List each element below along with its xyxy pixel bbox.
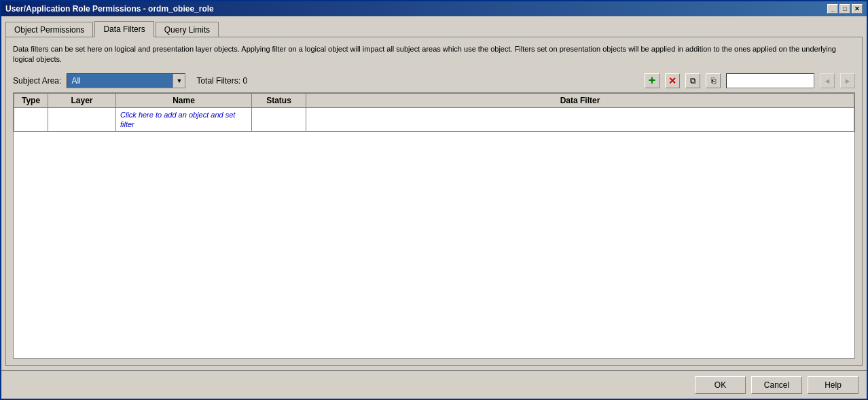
add-filter-button[interactable]: + bbox=[645, 73, 659, 88]
col-header-status: Status bbox=[252, 93, 306, 107]
next-icon: ► bbox=[844, 77, 852, 85]
add-object-link[interactable]: Click here to add an object and set filt… bbox=[120, 111, 235, 128]
toolbar-row: Subject Area: All ▼ Total Filters: 0 + ✕… bbox=[13, 73, 855, 88]
col-header-layer: Layer bbox=[48, 93, 116, 107]
minimize-button[interactable]: _ bbox=[827, 4, 838, 14]
delete-filter-button[interactable]: ✕ bbox=[665, 73, 680, 88]
title-bar-buttons: _ □ ✕ bbox=[827, 4, 863, 14]
subject-area-label: Subject Area: bbox=[13, 76, 61, 86]
col-header-name: Name bbox=[116, 93, 252, 107]
table-row[interactable]: Click here to add an object and set filt… bbox=[14, 107, 854, 131]
cell-name[interactable]: Click here to add an object and set filt… bbox=[116, 107, 252, 131]
col-header-data-filter: Data Filter bbox=[306, 93, 854, 107]
total-filters-label: Total Filters: 0 bbox=[196, 76, 247, 86]
copy-icon: ⧉ bbox=[690, 76, 696, 86]
title-bar: User/Application Role Permissions - ordm… bbox=[1, 1, 867, 16]
paste-icon: ⎗ bbox=[711, 76, 716, 86]
add-icon: + bbox=[649, 73, 656, 88]
filter-table-area: Type Layer Name Status Data Filter bbox=[13, 92, 855, 359]
tab-object-permissions[interactable]: Object Permissions bbox=[5, 22, 93, 37]
filter-table: Type Layer Name Status Data Filter bbox=[14, 93, 854, 132]
window-content: Object Permissions Data Filters Query Li… bbox=[1, 16, 867, 370]
ok-button[interactable]: OK bbox=[695, 376, 746, 394]
window-title: User/Application Role Permissions - ordm… bbox=[5, 4, 214, 14]
cell-status bbox=[252, 107, 306, 131]
delete-icon: ✕ bbox=[668, 75, 676, 86]
col-header-type: Type bbox=[14, 93, 48, 107]
cell-type bbox=[14, 107, 48, 131]
paste-button[interactable]: ⎗ bbox=[706, 73, 721, 88]
prev-icon: ◄ bbox=[824, 77, 831, 85]
tab-query-limits[interactable]: Query Limits bbox=[156, 22, 219, 37]
tab-content-data-filters: Data filters can be set here on logical … bbox=[5, 37, 863, 366]
copy-button[interactable]: ⧉ bbox=[685, 73, 700, 88]
search-input[interactable] bbox=[726, 73, 814, 88]
maximize-button[interactable]: □ bbox=[839, 4, 850, 14]
prev-button[interactable]: ◄ bbox=[820, 73, 835, 88]
subject-area-dropdown-arrow[interactable]: ▼ bbox=[173, 74, 185, 88]
cancel-button[interactable]: Cancel bbox=[751, 376, 802, 394]
subject-area-value[interactable]: All bbox=[67, 74, 173, 88]
tab-bar: Object Permissions Data Filters Query Li… bbox=[5, 20, 863, 37]
next-button[interactable]: ► bbox=[840, 73, 855, 88]
bottom-bar: OK Cancel Help bbox=[1, 370, 867, 399]
subject-area-select-wrapper: All ▼ bbox=[67, 73, 185, 88]
cell-data-filter bbox=[306, 107, 854, 131]
help-button[interactable]: Help bbox=[808, 376, 858, 394]
cell-layer bbox=[48, 107, 116, 131]
table-header-row: Type Layer Name Status Data Filter bbox=[14, 93, 854, 107]
tab-data-filters[interactable]: Data Filters bbox=[94, 21, 153, 37]
info-text: Data filters can be set here on logical … bbox=[13, 44, 855, 65]
main-window: User/Application Role Permissions - ordm… bbox=[0, 0, 868, 400]
close-button[interactable]: ✕ bbox=[852, 4, 863, 14]
